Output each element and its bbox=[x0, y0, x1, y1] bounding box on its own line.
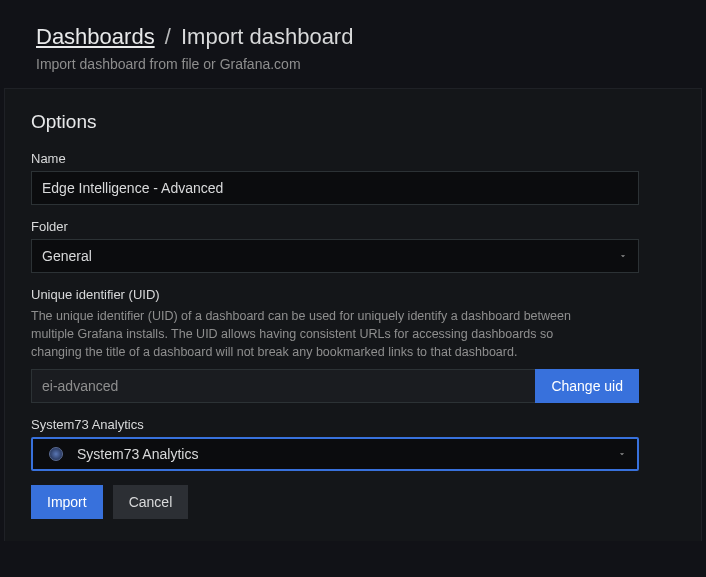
folder-selected-value: General bbox=[42, 248, 92, 264]
name-label: Name bbox=[31, 151, 675, 166]
breadcrumb-current: Import dashboard bbox=[181, 24, 353, 49]
change-uid-button[interactable]: Change uid bbox=[535, 369, 639, 403]
uid-label: Unique identifier (UID) bbox=[31, 287, 675, 302]
datasource-label: System73 Analytics bbox=[31, 417, 675, 432]
uid-help-text: The unique identifier (UID) of a dashboa… bbox=[31, 307, 571, 361]
datasource-select[interactable]: System73 Analytics bbox=[31, 437, 639, 471]
breadcrumb-separator: / bbox=[161, 24, 181, 49]
section-title: Options bbox=[31, 111, 675, 133]
datasource-selected-value: System73 Analytics bbox=[77, 446, 198, 462]
options-panel: Options Name Folder General Unique ident… bbox=[4, 88, 702, 541]
breadcrumb: Dashboards / Import dashboard bbox=[36, 24, 670, 50]
breadcrumb-dashboards-link[interactable]: Dashboards bbox=[36, 24, 155, 49]
import-button[interactable]: Import bbox=[31, 485, 103, 519]
page-subtitle: Import dashboard from file or Grafana.co… bbox=[36, 56, 670, 72]
uid-input bbox=[31, 369, 535, 403]
chevron-down-icon bbox=[618, 248, 628, 264]
cancel-button[interactable]: Cancel bbox=[113, 485, 189, 519]
name-input[interactable] bbox=[31, 171, 639, 205]
chevron-down-icon bbox=[617, 446, 627, 462]
folder-label: Folder bbox=[31, 219, 675, 234]
folder-select[interactable]: General bbox=[31, 239, 639, 273]
datasource-icon bbox=[49, 447, 63, 461]
